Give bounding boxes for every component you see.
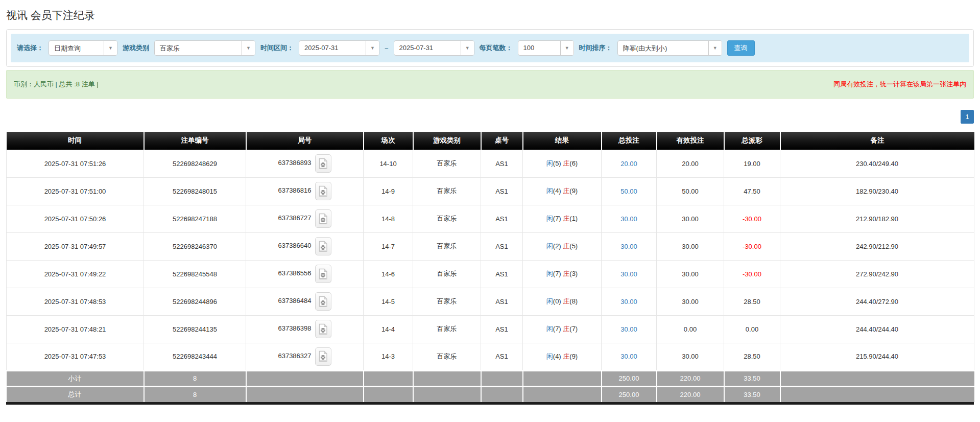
chevron-down-icon[interactable]: ▼ <box>366 41 379 55</box>
video-replay-button[interactable] <box>315 237 331 255</box>
col-header-round-no: 局号 <box>246 132 364 150</box>
date-from-select[interactable]: 2025-07-31 ▼ <box>299 40 379 56</box>
video-replay-icon <box>318 296 328 308</box>
cell-table-no: AS1 <box>481 232 523 260</box>
page-root: 视讯 会员下注纪录 请选择： 日期查询 ▼ 游戏类别 百家乐 ▼ 时间区间： 2… <box>0 8 980 405</box>
cell-remark: 272.90/242.90 <box>780 260 974 288</box>
summary-bar: 币别：人民币 | 总共 :8 注单 | 同局有效投注，统一计算在该局第一张注单内 <box>6 70 974 99</box>
video-replay-button[interactable] <box>315 154 331 173</box>
cell-remark: 242.90/212.90 <box>780 232 974 260</box>
col-header-payout: 总派彩 <box>724 132 780 150</box>
date-to-select[interactable]: 2025-07-31 ▼ <box>394 40 474 56</box>
result-banker-label: 庄 <box>563 325 569 333</box>
query-mode-select[interactable]: 日期查询 ▼ <box>49 40 117 56</box>
result-player-label: 闲 <box>546 215 553 222</box>
cell-time: 2025-07-31 07:47:53 <box>7 343 144 370</box>
cell-result: 闲(5) 庄(6) <box>523 150 602 177</box>
result-player-label: 闲 <box>546 325 553 333</box>
cell-bet-no: 522698246370 <box>144 232 246 260</box>
col-header-valid-bet: 有效投注 <box>657 132 724 150</box>
cell-session: 14-5 <box>364 288 413 315</box>
cell-session: 14-4 <box>364 315 413 343</box>
total-bet-link[interactable]: 20.00 <box>620 160 637 168</box>
subtotal-label: 小计 <box>7 370 144 386</box>
cell-total-bet: 30.00 <box>602 205 657 232</box>
cell-result: 闲(4) 庄(9) <box>523 343 602 370</box>
col-header-game-type: 游戏类别 <box>413 132 481 150</box>
page-size-label: 每页笔数： <box>480 43 513 53</box>
table-header: 时间 注单编号 局号 场次 游戏类别 桌号 结果 总投注 有效投注 总派彩 备注 <box>7 132 974 150</box>
cell-time: 2025-07-31 07:48:53 <box>7 288 144 315</box>
query-mode-value: 日期查询 <box>49 41 104 55</box>
filter-panel: 请选择： 日期查询 ▼ 游戏类别 百家乐 ▼ 时间区间： 2025-07-31 … <box>6 29 974 67</box>
time-sort-select[interactable]: 降幂(由大到小) ▼ <box>617 40 722 56</box>
total-bet-link[interactable]: 30.00 <box>620 353 637 360</box>
chevron-down-icon[interactable]: ▼ <box>708 41 722 55</box>
total-payout: 33.50 <box>724 386 780 402</box>
page-title: 视讯 会员下注纪录 <box>6 8 974 22</box>
chevron-down-icon[interactable]: ▼ <box>560 41 573 55</box>
total-bet-link[interactable]: 30.00 <box>620 298 637 306</box>
video-replay-icon <box>318 158 328 170</box>
cell-payout: 28.50 <box>724 288 780 315</box>
round-no-text: 637386893 <box>278 159 311 167</box>
search-button[interactable]: 查询 <box>727 40 755 56</box>
cell-session: 14-10 <box>364 150 413 177</box>
table-body: 2025-07-31 07:51:26 522698248629 6373868… <box>7 150 974 370</box>
total-bet-link[interactable]: 30.00 <box>620 215 637 223</box>
total-bet-link[interactable]: 50.00 <box>620 187 637 195</box>
result-player-label: 闲 <box>546 353 553 360</box>
cell-time: 2025-07-31 07:49:57 <box>7 232 144 260</box>
subtotal-valid-bet: 220.00 <box>657 370 724 386</box>
col-header-remark: 备注 <box>780 132 974 150</box>
date-to-value: 2025-07-31 <box>394 41 461 55</box>
chevron-down-icon[interactable]: ▼ <box>242 41 255 55</box>
chevron-down-icon[interactable]: ▼ <box>104 41 117 55</box>
cell-valid-bet: 50.00 <box>657 177 724 205</box>
cell-payout: -30.00 <box>724 232 780 260</box>
cell-game-type: 百家乐 <box>413 232 481 260</box>
result-banker-count: (7) <box>569 325 578 333</box>
video-replay-icon <box>318 350 328 362</box>
cell-session: 14-6 <box>364 260 413 288</box>
cell-payout: -30.00 <box>724 260 780 288</box>
page-size-select[interactable]: 100 ▼ <box>518 40 574 56</box>
round-no-text: 637386327 <box>278 352 311 360</box>
result-banker-label: 庄 <box>563 159 569 167</box>
cell-payout: 0.00 <box>724 315 780 343</box>
result-player-count: (7) <box>553 215 561 222</box>
result-banker-label: 庄 <box>563 215 569 222</box>
video-replay-button[interactable] <box>315 347 331 366</box>
total-bet-link[interactable]: 30.00 <box>620 243 637 250</box>
total-bet-link[interactable]: 30.00 <box>620 270 637 278</box>
result-player-count: (5) <box>553 159 561 167</box>
cell-round-no: 637386640 <box>246 232 364 260</box>
total-bet-link[interactable]: 30.00 <box>620 325 637 333</box>
cell-table-no: AS1 <box>481 150 523 177</box>
cell-total-bet: 30.00 <box>602 232 657 260</box>
video-replay-button[interactable] <box>315 182 331 200</box>
cell-valid-bet: 30.00 <box>657 343 724 370</box>
filter-bar: 请选择： 日期查询 ▼ 游戏类别 百家乐 ▼ 时间区间： 2025-07-31 … <box>11 34 969 62</box>
video-replay-icon <box>318 323 328 335</box>
page-number-button[interactable]: 1 <box>961 110 974 124</box>
pagination: 1 <box>6 110 974 124</box>
video-replay-button[interactable] <box>315 292 331 311</box>
video-replay-button[interactable] <box>315 320 331 338</box>
game-type-select[interactable]: 百家乐 ▼ <box>154 40 255 56</box>
cell-remark: 215.90/244.40 <box>780 343 974 370</box>
time-sort-label: 时间排序： <box>579 43 612 53</box>
video-replay-button[interactable] <box>315 265 331 283</box>
result-banker-count: (9) <box>569 353 578 360</box>
chevron-down-icon[interactable]: ▼ <box>461 41 474 55</box>
cell-total-bet: 30.00 <box>602 288 657 315</box>
subtotal-count: 8 <box>144 370 246 386</box>
currency-summary-text: 币别：人民币 | 总共 :8 注单 | <box>14 80 99 89</box>
cell-bet-no: 522698244135 <box>144 315 246 343</box>
result-player-label: 闲 <box>546 242 553 250</box>
cell-time: 2025-07-31 07:51:00 <box>7 177 144 205</box>
cell-game-type: 百家乐 <box>413 288 481 315</box>
cell-bet-no: 522698248629 <box>144 150 246 177</box>
video-replay-button[interactable] <box>315 209 331 228</box>
table-row: 2025-07-31 07:49:22 522698245548 6373865… <box>7 260 974 288</box>
